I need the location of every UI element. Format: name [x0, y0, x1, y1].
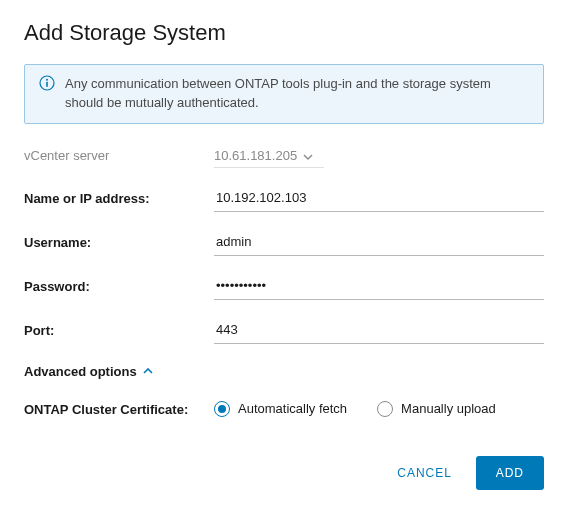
advanced-options-toggle[interactable]: Advanced options — [24, 364, 153, 379]
info-icon — [39, 75, 55, 91]
info-text: Any communication between ONTAP tools pl… — [65, 75, 529, 113]
password-row: Password: — [24, 274, 544, 300]
vcenter-label: vCenter server — [24, 148, 214, 163]
vcenter-value: 10.61.181.205 — [214, 148, 297, 163]
advanced-options-label: Advanced options — [24, 364, 137, 379]
certificate-label: ONTAP Cluster Certificate: — [24, 401, 214, 419]
cancel-button[interactable]: Cancel — [391, 456, 457, 490]
dialog-buttons: Cancel Add — [391, 456, 544, 490]
name-row: Name or IP address: — [24, 186, 544, 212]
vcenter-row: vCenter server 10.61.181.205 — [24, 144, 544, 168]
certificate-row: ONTAP Cluster Certificate: Automatically… — [24, 401, 544, 419]
radio-icon — [377, 401, 393, 417]
name-label: Name or IP address: — [24, 191, 214, 206]
radio-auto-fetch[interactable]: Automatically fetch — [214, 401, 347, 417]
radio-manual-label: Manually upload — [401, 401, 496, 416]
radio-manual-upload[interactable]: Manually upload — [377, 401, 496, 417]
vcenter-select: 10.61.181.205 — [214, 144, 324, 168]
info-banner: Any communication between ONTAP tools pl… — [24, 64, 544, 124]
username-row: Username: — [24, 230, 544, 256]
chevron-down-icon — [303, 148, 313, 163]
port-input[interactable] — [214, 318, 544, 344]
radio-icon — [214, 401, 230, 417]
dialog-title: Add Storage System — [24, 20, 544, 46]
certificate-radio-group: Automatically fetch Manually upload — [214, 401, 496, 417]
name-input[interactable] — [214, 186, 544, 212]
radio-auto-label: Automatically fetch — [238, 401, 347, 416]
add-button[interactable]: Add — [476, 456, 544, 490]
password-label: Password: — [24, 279, 214, 294]
port-row: Port: — [24, 318, 544, 344]
username-label: Username: — [24, 235, 214, 250]
svg-rect-2 — [46, 82, 48, 87]
password-input[interactable] — [214, 274, 544, 300]
chevron-up-icon — [143, 368, 153, 374]
svg-point-1 — [46, 79, 48, 81]
username-input[interactable] — [214, 230, 544, 256]
port-label: Port: — [24, 323, 214, 338]
